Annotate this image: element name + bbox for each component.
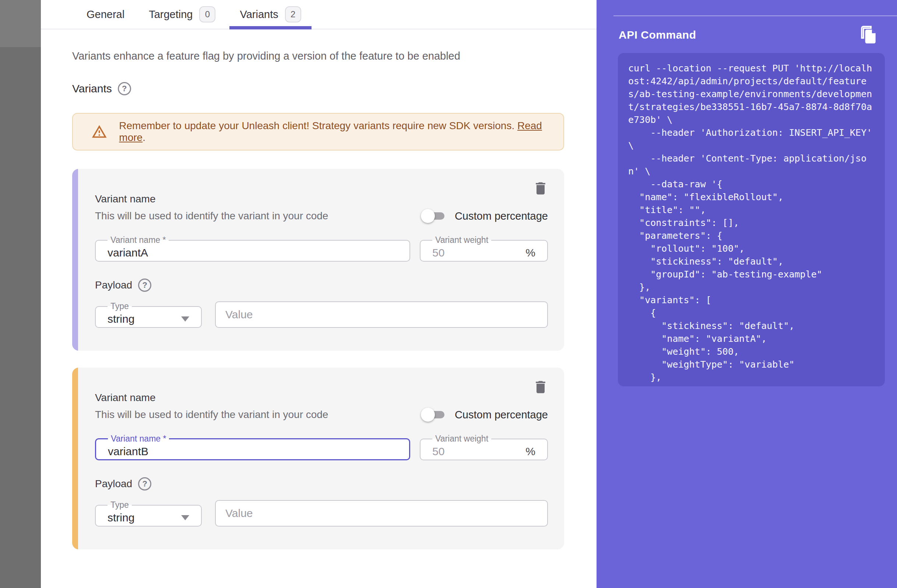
tab-general-label: General xyxy=(87,8,124,21)
tab-targeting[interactable]: Targeting 0 xyxy=(149,0,216,29)
variants-section-title: Variants xyxy=(72,82,112,95)
api-command-header: API Command xyxy=(618,26,878,44)
strategy-edit-modal: General Targeting 0 Variants 2 Variants … xyxy=(0,0,897,588)
variant-b-color-strip xyxy=(72,368,78,549)
payload-label: Payload xyxy=(95,478,132,490)
variants-intro-text: Variants enhance a feature flag by provi… xyxy=(72,50,564,62)
tabbar: General Targeting 0 Variants 2 xyxy=(41,0,597,29)
payload-type-label: Type xyxy=(107,500,132,510)
tab-general[interactable]: General xyxy=(87,0,124,29)
payload-type-select-b[interactable]: Type string xyxy=(95,500,202,527)
tab-targeting-badge: 0 xyxy=(199,6,216,23)
variant-b-weight-input[interactable]: 50 xyxy=(432,445,444,458)
custom-percentage-row: Custom percentage xyxy=(421,407,548,422)
variant-name-heading: Variant name xyxy=(95,392,548,404)
variant-name-input-label: Variant name * xyxy=(107,235,168,245)
variant-name-input-label: Variant name * xyxy=(108,434,169,444)
variant-b-name-input[interactable] xyxy=(105,444,400,459)
custom-percentage-toggle[interactable] xyxy=(421,209,445,223)
variant-card-a: Variant name This will be used to identi… xyxy=(72,169,564,351)
variant-a-weight-field: Variant weight 50 % xyxy=(420,235,548,262)
variant-a-name-input[interactable] xyxy=(104,245,401,261)
variant-name-description: This will be used to identify the varian… xyxy=(95,409,328,421)
payload-type-label: Type xyxy=(107,301,132,311)
tab-variants[interactable]: Variants 2 xyxy=(240,0,301,29)
variant-a-payload-row: Type string xyxy=(95,301,548,328)
custom-percentage-row: Custom percentage xyxy=(421,209,548,223)
delete-variant-b-button[interactable] xyxy=(532,379,550,396)
variants-section-header: Variants xyxy=(72,82,564,95)
percent-suffix: % xyxy=(525,246,536,259)
payload-type-value: string xyxy=(107,512,135,524)
variant-b-input-row: Variant name * Variant weight 50 % xyxy=(95,434,548,460)
custom-percentage-label: Custom percentage xyxy=(455,210,548,222)
curl-command-text: curl --location --request PUT 'http://lo… xyxy=(628,62,878,384)
variant-weight-label: Variant weight xyxy=(432,434,491,444)
payload-help-icon[interactable] xyxy=(138,477,152,490)
variant-b-desc-row: This will be used to identify the varian… xyxy=(95,407,548,422)
payload-header: Payload xyxy=(95,477,548,490)
dimmed-backdrop-header xyxy=(0,0,41,47)
custom-percentage-toggle[interactable] xyxy=(421,407,445,422)
payload-value-input-a[interactable] xyxy=(215,301,548,328)
variant-b-payload-row: Type string xyxy=(95,500,548,527)
chevron-down-icon xyxy=(181,515,189,520)
tab-variants-label: Variants xyxy=(240,8,278,21)
payload-header: Payload xyxy=(95,278,548,292)
trash-icon xyxy=(533,379,549,395)
curl-command-block[interactable]: curl --location --request PUT 'http://lo… xyxy=(618,53,885,386)
variant-a-name-field: Variant name * xyxy=(95,235,410,262)
payload-label: Payload xyxy=(95,279,132,291)
trash-icon xyxy=(533,180,549,197)
variant-a-weight-input[interactable]: 50 xyxy=(432,246,444,259)
variant-a-desc-row: This will be used to identify the varian… xyxy=(95,209,548,223)
copy-icon xyxy=(859,26,878,44)
variant-name-description: This will be used to identify the varian… xyxy=(95,210,328,222)
delete-variant-a-button[interactable] xyxy=(532,180,550,198)
modal-content: General Targeting 0 Variants 2 Variants … xyxy=(41,0,597,588)
panel-divider xyxy=(614,15,897,16)
percent-suffix: % xyxy=(525,445,536,458)
copy-command-button[interactable] xyxy=(859,26,878,44)
variant-name-heading: Variant name xyxy=(95,193,548,205)
api-command-panel: API Command curl --location --request PU… xyxy=(597,0,897,588)
toggle-knob xyxy=(421,408,435,422)
sdk-warning-banner: Remember to update your Unleash client! … xyxy=(72,113,564,151)
help-icon[interactable] xyxy=(118,82,131,95)
payload-type-select-a[interactable]: Type string xyxy=(95,301,202,328)
variant-card-b: Variant name This will be used to identi… xyxy=(72,368,564,549)
tab-targeting-label: Targeting xyxy=(149,8,193,21)
payload-help-icon[interactable] xyxy=(138,278,152,292)
tab-variants-badge: 2 xyxy=(285,6,301,23)
payload-value-input-b[interactable] xyxy=(215,500,548,527)
chevron-down-icon xyxy=(181,316,189,322)
variants-tab-content: Variants enhance a feature flag by provi… xyxy=(41,50,597,549)
dimmed-backdrop xyxy=(0,0,41,588)
warning-icon xyxy=(91,123,107,140)
toggle-knob xyxy=(421,209,435,223)
variant-a-color-strip xyxy=(72,169,78,351)
variant-a-input-row: Variant name * Variant weight 50 % xyxy=(95,235,548,262)
payload-type-value: string xyxy=(107,313,135,325)
warning-text: Remember to update your Unleash client! … xyxy=(119,120,545,144)
custom-percentage-label: Custom percentage xyxy=(455,409,548,421)
api-command-title: API Command xyxy=(618,29,696,41)
variant-weight-label: Variant weight xyxy=(432,235,491,245)
variant-b-weight-field: Variant weight 50 % xyxy=(420,434,548,460)
variant-b-name-field: Variant name * xyxy=(95,434,410,460)
